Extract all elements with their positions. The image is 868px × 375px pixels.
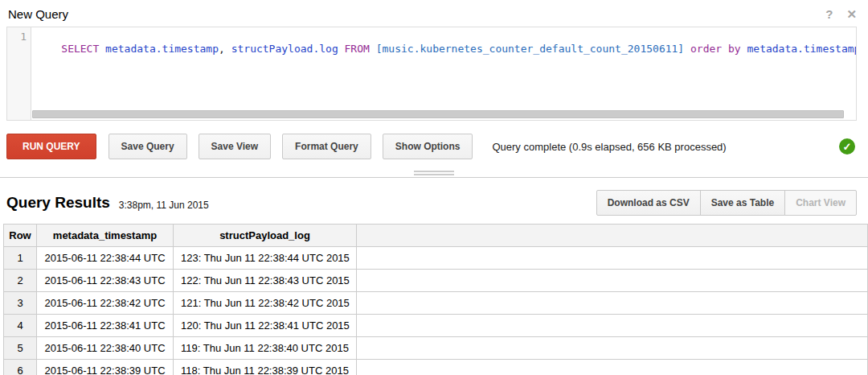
cell-structpayload-log: 120: Thu Jun 11 22:38:41 UTC 2015 [174,315,357,337]
cell-structpayload-log: 118: Thu Jun 11 22:38:39 UTC 2015 [174,360,357,375]
cell-metadata-timestamp: 2015-06-11 22:38:44 UTC [37,247,174,270]
cell-row-number: 1 [4,247,37,270]
cell-structpayload-log: 119: Thu Jun 11 22:38:40 UTC 2015 [174,337,357,360]
column-header-structpayload-log: structPayload_log [174,225,357,247]
resize-grip-icon[interactable] [414,171,454,177]
results-header: Query Results 3:38pm, 11 Jun 2015 Downlo… [0,179,868,224]
horizontal-scrollbar[interactable] [32,110,844,118]
cell-metadata-timestamp: 2015-06-11 22:38:41 UTC [37,315,174,337]
download-csv-button[interactable]: Download as CSV [596,190,701,216]
results-timestamp: 3:38pm, 11 Jun 2015 [119,196,209,211]
show-options-button[interactable]: Show Options [383,134,473,159]
cell-row-number: 3 [4,292,37,315]
table-row: 1 2015-06-11 22:38:44 UTC 123: Thu Jun 1… [4,247,868,270]
sql-field: metadata.timestamp [105,43,219,55]
chart-view-button: Chart View [784,190,857,216]
cell-empty [357,315,868,337]
format-query-button[interactable]: Format Query [282,134,371,159]
cell-empty [357,270,868,292]
cell-metadata-timestamp: 2015-06-11 22:38:40 UTC [37,337,174,360]
success-check-icon: ✓ [839,138,855,155]
sql-keyword: FROM [345,43,376,55]
table-header-row: Row metadata_timestamp structPayload_log [4,225,868,247]
sql-keyword: SELECT [61,43,105,55]
cell-empty [357,337,868,360]
cell-structpayload-log: 123: Thu Jun 11 22:38:44 UTC 2015 [174,247,357,270]
line-number: 1 [20,31,27,43]
cell-metadata-timestamp: 2015-06-11 22:38:42 UTC [37,292,174,315]
column-header-metadata-timestamp: metadata_timestamp [37,225,174,247]
editor-gutter: 1 [7,27,31,120]
table-row: 4 2015-06-11 22:38:41 UTC 120: Thu Jun 1… [4,315,868,337]
cell-structpayload-log: 121: Thu Jun 11 22:38:42 UTC 2015 [174,292,357,315]
sql-punctuation: , [219,43,231,55]
save-view-button[interactable]: Save View [199,134,272,159]
cell-metadata-timestamp: 2015-06-11 22:38:43 UTC [37,270,174,292]
page-title: New Query [8,7,68,21]
results-table: Row metadata_timestamp structPayload_log… [3,224,868,375]
cell-structpayload-log: 122: Thu Jun 11 22:38:43 UTC 2015 [174,270,357,292]
cell-row-number: 4 [4,315,37,337]
cell-metadata-timestamp: 2015-06-11 22:38:39 UTC [37,360,174,375]
save-as-table-button[interactable]: Save as Table [700,190,786,216]
cell-empty [357,360,868,375]
action-toolbar: RUN QUERY Save Query Save View Format Qu… [6,134,855,159]
table-row: 5 2015-06-11 22:38:40 UTC 119: Thu Jun 1… [4,337,868,360]
table-row: 6 2015-06-11 22:38:39 UTC 118: Thu Jun 1… [4,360,868,375]
cell-row-number: 2 [4,270,37,292]
column-header-row: Row [4,225,37,247]
results-title: Query Results [6,194,110,212]
title-bar: New Query ? ✕ [0,0,868,27]
query-status-text: Query complete (0.9s elapsed, 656 KB pro… [492,141,726,153]
sql-table-name: [music.kubernetes_counter_default_count_… [376,43,685,55]
close-icon[interactable]: ✕ [846,8,857,20]
sql-field: structPayload.log [231,43,338,55]
table-row: 3 2015-06-11 22:38:42 UTC 121: Thu Jun 1… [4,292,868,315]
column-header-empty [357,225,868,247]
cell-row-number: 6 [4,360,37,375]
sql-editor[interactable]: 1 SELECT metadata.timestamp, structPaylo… [6,27,857,121]
cell-row-number: 5 [4,337,37,360]
cell-empty [357,292,868,315]
divider-line [0,177,868,178]
cell-empty [357,247,868,270]
save-query-button[interactable]: Save Query [108,134,187,159]
run-query-button[interactable]: RUN QUERY [6,134,96,159]
table-row: 2 2015-06-11 22:38:43 UTC 122: Thu Jun 1… [4,270,868,292]
resize-divider [0,169,868,179]
sql-field: metadata.timestamp [747,43,856,55]
help-icon[interactable]: ? [825,8,833,20]
sql-keyword: order by [690,43,747,55]
sql-space [338,43,345,55]
sql-query-text[interactable]: SELECT metadata.timestamp, structPayload… [31,27,856,120]
results-button-group: Download as CSV Save as Table Chart View [596,190,857,216]
title-bar-icons: ? ✕ [812,8,857,20]
sql-space [684,43,690,55]
